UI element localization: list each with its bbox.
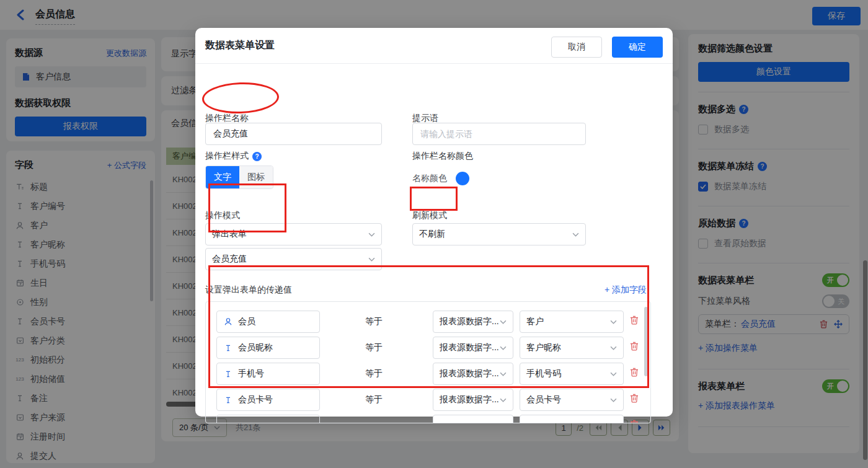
name-color-label: 名称颜色 (412, 173, 447, 184)
rows-scrollbar[interactable] (644, 307, 648, 376)
chevron-down-icon (610, 346, 617, 350)
tab-text-style[interactable]: 文字 (206, 166, 239, 188)
trash-icon (630, 368, 639, 377)
chevron-down-icon (500, 398, 507, 402)
source-type-select-value: 报表源数据字... (440, 368, 499, 379)
text-icon (223, 370, 233, 378)
source-field-select-value: 会员卡号 (526, 394, 561, 405)
target-field-input[interactable]: 会员 (216, 311, 320, 333)
confirm-button[interactable]: 确定 (612, 37, 663, 58)
pass-value-row: 会员等于报表源数据字...客户 (206, 311, 650, 333)
tab-icon-style[interactable]: 图标 (239, 166, 273, 188)
source-type-select-value: 报表源数据字... (440, 316, 499, 327)
refresh-mode-label: 刷新模式 (412, 210, 447, 221)
chevron-down-icon (500, 372, 507, 376)
action-bar-style-label: 操作栏样式? (205, 151, 262, 162)
text-icon (223, 422, 233, 424)
delete-row-button[interactable] (630, 394, 639, 405)
text-icon (223, 344, 233, 352)
delete-row-button[interactable] (630, 368, 639, 379)
equals-label: 等于 (365, 342, 383, 353)
source-type-select[interactable]: 报表源数据字... (433, 311, 513, 333)
add-field-link[interactable]: + 添加字段 (604, 285, 647, 296)
target-field-input[interactable]: 会员昵称 (216, 337, 320, 359)
chevron-down-icon (610, 398, 617, 402)
trash-icon (630, 342, 639, 351)
cancel-button[interactable]: 取消 (551, 37, 602, 58)
source-type-select[interactable]: 报表源数据字... (433, 363, 513, 385)
target-field-label: 手机号 (238, 368, 264, 379)
chevron-down-icon (500, 320, 507, 324)
help-icon[interactable]: ? (252, 152, 262, 161)
source-type-select-value: 报表源数据字... (440, 342, 499, 353)
source-field-select[interactable]: 客户昵称 (520, 337, 624, 359)
source-field-select[interactable]: 客户 (520, 311, 624, 333)
source-type-select[interactable] (433, 415, 513, 423)
name-color-row: 名称颜色 (412, 172, 469, 185)
equals-label: 等于 (365, 394, 383, 405)
trash-icon (630, 316, 639, 325)
target-field-input[interactable] (216, 415, 320, 423)
delete-row-button[interactable] (630, 316, 639, 327)
source-type-select[interactable]: 报表源数据字... (433, 389, 513, 411)
chevron-down-icon (500, 346, 507, 350)
chevron-down-icon (610, 372, 617, 376)
page-scrollbar[interactable] (863, 260, 867, 460)
source-field-select[interactable]: 会员卡号 (520, 389, 624, 411)
trash-icon (630, 420, 639, 423)
source-field-select[interactable]: 手机号码 (520, 363, 624, 385)
source-field-select-value: 客户 (526, 316, 544, 327)
text-icon (223, 396, 233, 404)
source-field-select[interactable] (520, 415, 624, 423)
style-tab-group: 文字 图标 (205, 166, 273, 189)
target-field-label: 会员卡号 (238, 394, 273, 405)
source-field-select-value: 手机号码 (526, 368, 561, 379)
delete-row-button[interactable] (630, 420, 639, 423)
color-swatch[interactable] (456, 172, 469, 185)
pass-value-row (206, 415, 650, 423)
target-field-input[interactable]: 手机号 (216, 363, 320, 385)
tip-input[interactable] (412, 123, 586, 145)
pass-value-row: 手机号等于报表源数据字...手机号码 (206, 363, 650, 385)
refresh-mode-select[interactable]: 不刷新 (412, 223, 586, 245)
chevron-down-icon (572, 232, 579, 237)
operation-mode-label: 操作模式 (205, 210, 240, 221)
equals-label: 等于 (365, 316, 383, 327)
pass-value-title: 设置弹出表单的传递值 (205, 285, 292, 296)
popup-form-select[interactable]: 会员充值 (205, 248, 382, 270)
pass-value-row: 会员昵称等于报表源数据字...客户昵称 (206, 337, 650, 359)
trash-icon (630, 394, 639, 403)
action-bar-name-input[interactable] (205, 123, 382, 145)
datatable-menu-settings-modal: 数据表菜单设置 × 操作栏名称 提示语 操作栏样式? 文字 图标 操作栏名称颜色… (195, 28, 673, 417)
chevron-down-icon (368, 257, 375, 262)
operation-mode-select[interactable]: 弹出表单 (205, 223, 382, 245)
pass-value-row: 会员卡号等于报表源数据字...会员卡号 (206, 389, 650, 411)
source-type-select[interactable]: 报表源数据字... (433, 337, 513, 359)
person-icon (223, 317, 233, 326)
target-field-label: 会员昵称 (238, 342, 273, 353)
source-type-select-value: 报表源数据字... (440, 394, 499, 405)
source-field-select-value: 客户昵称 (526, 342, 561, 353)
modal-title: 数据表菜单设置 (205, 39, 275, 52)
delete-row-button[interactable] (630, 342, 639, 353)
target-field-label: 会员 (238, 316, 255, 327)
chevron-down-icon (610, 320, 617, 324)
target-field-input[interactable]: 会员卡号 (216, 389, 320, 411)
equals-label: 等于 (365, 368, 383, 379)
pass-value-rows: 会员等于报表源数据字...客户会员昵称等于报表源数据字...客户昵称手机号等于报… (205, 301, 651, 423)
name-color-title: 操作栏名称颜色 (412, 151, 473, 162)
chevron-down-icon (368, 232, 375, 237)
